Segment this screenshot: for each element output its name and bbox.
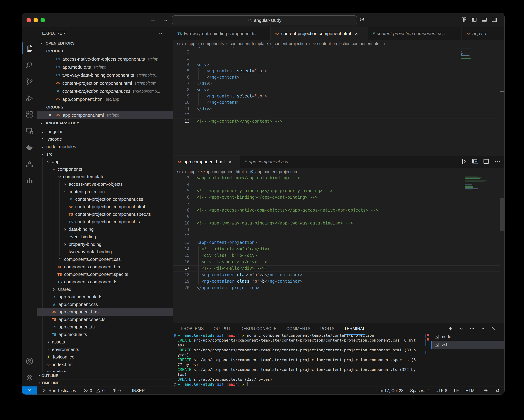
command-decoration[interactable] — [174, 383, 176, 385]
tree-item-app[interactable]: app — [37, 158, 173, 166]
tree-item-two-way-data-binding[interactable]: two-way-data-binding — [37, 248, 173, 256]
tree-item-content-projection.component.spec.ts[interactable]: TScontent-projection.component.spec.ts — [37, 210, 173, 218]
editor-bottom-code[interactable]: 3<app-data-binding></app-data-binding> -… — [173, 175, 505, 323]
panel-left-icon[interactable] — [471, 17, 477, 23]
tree-item-data-binding[interactable]: data-binding — [37, 226, 173, 233]
tab-app.component.css[interactable]: #app.component.css — [240, 156, 307, 168]
open-editor-item[interactable]: TSapp.module.tssrc/app — [37, 63, 173, 71]
scrollbar-thumb[interactable] — [500, 198, 505, 231]
breadcrumb-item[interactable]: app-content-projection — [249, 169, 297, 174]
status-item-bell[interactable] — [495, 388, 500, 393]
breadcrumb-item[interactable]: app — [188, 169, 195, 174]
copilot-menu-button[interactable] — [359, 17, 369, 23]
close-window-button[interactable] — [26, 18, 31, 22]
remote-indicator[interactable] — [22, 386, 37, 394]
activitybar-source-control-icon[interactable] — [22, 75, 37, 88]
tree-item-components[interactable]: components — [37, 166, 173, 173]
tree-item-components.component.css[interactable]: #components.component.css — [37, 256, 173, 263]
tree-item-environments[interactable]: environments — [37, 346, 173, 353]
tree-item-app.component.css[interactable]: #app.component.css — [37, 301, 173, 308]
timeline-section-header[interactable]: TIMELINE — [37, 379, 173, 386]
tree-item-components.component.ts[interactable]: TScomponents.component.ts — [37, 278, 173, 286]
editor-top-code[interactable]: 1<p>content projection works!</p>234<div… — [173, 47, 505, 155]
status-item-ln-17-col-28[interactable]: Ln 17, Col 28 — [378, 388, 403, 393]
tree-item-app-routing.module.ts[interactable]: TSapp-routing.module.ts — [37, 293, 173, 301]
activitybar-docker-icon[interactable] — [22, 141, 37, 154]
status-item-lf[interactable]: LF — [454, 388, 459, 393]
tree-item-src[interactable]: src — [37, 150, 173, 158]
tree-item-app.component.ts[interactable]: TSapp.component.ts — [37, 323, 173, 331]
command-center-search[interactable]: angular-study — [172, 15, 357, 25]
activitybar-organization-icon[interactable] — [22, 158, 37, 171]
outline-section-header[interactable]: OUTLINE — [37, 372, 173, 379]
activitybar-settings-icon[interactable] — [22, 371, 37, 384]
split-button[interactable] — [483, 158, 489, 165]
tab-app.component.html[interactable]: <>app.component.html× — [173, 156, 240, 168]
breadcrumb-item[interactable]: content-projection — [273, 41, 307, 46]
tree-item-index.html[interactable]: <>index.html — [37, 361, 173, 368]
project-root-header[interactable]: ANGULAR-STUDY — [37, 119, 173, 127]
minimize-window-button[interactable] — [34, 18, 38, 22]
layout-grid-icon[interactable] — [461, 17, 467, 23]
tree-item-components.component.html[interactable]: <>components.component.html — [37, 263, 173, 271]
tree-item-component-template[interactable]: component-template — [37, 173, 173, 181]
activitybar-run-debug-icon[interactable] — [22, 92, 37, 105]
status-item--[interactable]: 00 — [83, 388, 105, 393]
open-editor-item[interactable]: #content-projection.component.csssrc/app… — [37, 87, 173, 95]
more-button[interactable] — [494, 158, 501, 165]
tree-item-app.component.spec.ts[interactable]: TSapp.component.spec.ts — [37, 316, 173, 323]
breadcrumb[interactable]: src›app›<>app.component.html›app-content… — [173, 168, 505, 175]
terminal-instance-node[interactable]: node — [431, 333, 505, 341]
open-editor-item[interactable]: <>content-projection.component.htmlsrc/a… — [37, 79, 173, 87]
status-item-utf-8[interactable]: UTF-8 — [436, 388, 447, 393]
tree-item-shared[interactable]: shared — [37, 286, 173, 293]
tab-overflow-icon[interactable]: ··· — [493, 30, 505, 37]
panel-right-icon[interactable] — [491, 17, 498, 23]
tree-item-property-binding[interactable]: property-binding — [37, 241, 173, 248]
open-editor-item[interactable]: <>app.component.htmlsrc/app — [37, 95, 173, 103]
breadcrumb-item[interactable]: <>app.component.html — [201, 169, 244, 174]
command-decoration[interactable] — [174, 334, 176, 337]
tree-item-main.ts[interactable]: TSmain.ts — [37, 368, 173, 372]
status-item-copilot[interactable] — [483, 388, 488, 393]
tree-item-.vscode[interactable]: .vscode — [37, 135, 173, 143]
tree-item-favicon.ico[interactable]: ★favicon.ico — [37, 353, 173, 361]
breadcrumb[interactable]: src›app›components›component-template›co… — [173, 40, 505, 47]
more-icon[interactable] — [470, 326, 475, 331]
open-editor-item[interactable]: ×<>app.component.htmlsrc/app — [37, 111, 173, 119]
run-button[interactable] — [460, 158, 467, 165]
terminal-output[interactable]: → angular-study git:(main) ✗ ng g c comp… — [173, 323, 428, 386]
tree-item-.angular[interactable]: .angular — [37, 128, 173, 135]
tab-content-projection.component.html[interactable]: <>content-projection.component.html× — [271, 27, 368, 40]
tree-item-app.component.html[interactable]: <>app.component.html — [37, 308, 173, 316]
breadcrumb-item[interactable]: src — [177, 169, 183, 174]
breadcrumb-item[interactable]: app — [188, 41, 195, 46]
activitybar-extensions-icon[interactable] — [22, 108, 37, 121]
back-icon[interactable]: ← — [149, 16, 157, 23]
tree-item-assets[interactable]: assets — [37, 338, 173, 346]
forward-icon[interactable]: → — [162, 16, 169, 23]
open-editor-item[interactable]: TSaccess-native-dom-objects.component.ts… — [37, 55, 173, 63]
status-item--insert-[interactable]: -- INSERT -- — [128, 388, 151, 393]
minimap[interactable] — [465, 176, 489, 192]
tree-item-node_modules[interactable]: node_modules — [37, 143, 173, 150]
maximize-window-button[interactable] — [41, 18, 45, 22]
terminal-instance-zsh[interactable]: zsh — [431, 341, 505, 349]
tree-item-components.component.spec.ts[interactable]: TScomponents.component.spec.ts — [37, 271, 173, 278]
open-editor-item[interactable]: TStwo-way-data-binding.component.tssrc/a… — [37, 71, 173, 79]
tab-two-way-data-binding.component.ts[interactable]: TStwo-way-data-binding.component.ts — [173, 27, 271, 40]
preview-button[interactable] — [472, 158, 478, 165]
open-editors-header[interactable]: OPEN EDITORS — [37, 39, 173, 47]
sidebar-more-actions-icon[interactable]: ··· — [158, 27, 165, 39]
tree-item-content-projection[interactable]: content-projection — [37, 188, 173, 195]
close-icon[interactable] — [491, 326, 496, 331]
tree-item-content-projection.component.css[interactable]: #content-projection.component.css — [37, 195, 173, 203]
tree-item-access-native-dom-objects[interactable]: access-native-dom-objects — [37, 181, 173, 188]
tree-item-content-projection.component.html[interactable]: <>content-projection.component.html — [37, 203, 173, 210]
activitybar-explorer-icon[interactable] — [22, 41, 37, 55]
status-item--[interactable]: 0 — [112, 388, 121, 393]
tab-app.co[interactable]: <>app.co — [462, 27, 493, 40]
tab-content-projection.component.css[interactable]: #content-projection.component.css — [368, 27, 462, 40]
activitybar-account-icon[interactable] — [22, 354, 37, 368]
breadcrumb-item[interactable]: src — [177, 41, 183, 46]
